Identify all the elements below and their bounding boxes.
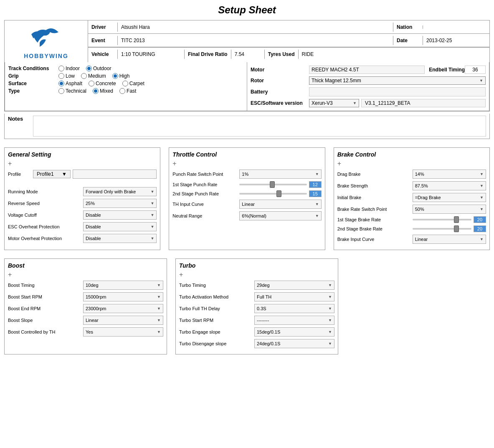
high-radio[interactable]: High <box>112 73 130 79</box>
turbo-disengage-label: Turbo Disengage slope <box>179 341 254 346</box>
turbo-activation-label: Turbo Activation Method <box>179 294 254 299</box>
turbo-start-rpm-dropdown[interactable]: -------- ▼ <box>254 316 334 325</box>
boost-end-rpm-arrow-icon: ▼ <box>157 306 161 311</box>
asphalt-radio-btn[interactable] <box>58 81 64 86</box>
first-stage-brake-slider[interactable]: 20 <box>413 216 486 223</box>
motor-row: Motor REEDY MACH2 4.5T Endbell Timing 36 <box>251 66 486 74</box>
boost-timing-dropdown[interactable]: 10deg ▼ <box>83 281 163 290</box>
boost-timing-value: 10deg <box>86 283 99 288</box>
boost-controlled-dropdown[interactable]: Yes ▼ <box>83 327 163 337</box>
brake-input-dropdown[interactable]: Linear ▼ <box>413 235 486 244</box>
esc-dropdown-arrow-icon: ▼ <box>353 101 357 105</box>
low-radio[interactable]: Low <box>58 73 75 79</box>
brake-rate-switch-row: Brake Rate Switch Point 50% ▼ <box>337 205 486 214</box>
high-radio-btn[interactable] <box>112 73 118 79</box>
medium-radio[interactable]: Medium <box>81 73 106 79</box>
first-stage-punch-slider[interactable]: 12 <box>239 181 321 188</box>
notes-area[interactable] <box>33 116 486 137</box>
turbo-full-th-delay-dropdown[interactable]: 0.3S ▼ <box>254 304 334 313</box>
outdoor-radio-btn[interactable] <box>86 66 92 71</box>
carpet-radio-btn[interactable] <box>122 81 128 86</box>
fast-radio-btn[interactable] <box>119 88 125 94</box>
turbo-activation-dropdown[interactable]: Full TH ▼ <box>254 292 334 301</box>
indoor-radio-btn[interactable] <box>58 66 64 71</box>
th-input-label: TH Input Curve <box>172 202 239 207</box>
turbo-disengage-row: Turbo Disengage slope 24deg/0.1S ▼ <box>179 339 334 348</box>
second-stage-brake-slider[interactable]: 20 <box>413 225 486 232</box>
mixed-radio[interactable]: Mixed <box>93 88 113 94</box>
motor-section: Motor REEDY MACH2 4.5T Endbell Timing 36… <box>247 62 489 111</box>
boost-start-rpm-dropdown[interactable]: 15000rpm ▼ <box>83 292 163 301</box>
brake-rate-switch-arrow-icon: ▼ <box>480 207 484 211</box>
boost-timing-row: Boost Timing 10deg ▼ <box>8 281 163 290</box>
track-motor-section: Track Conditions Indoor Outdoor Grip <box>5 62 489 111</box>
motor-overheat-label: Motor Overheat Protection <box>8 236 83 241</box>
concrete-radio-btn[interactable] <box>89 81 94 86</box>
track-conditions-label: Track Conditions <box>8 66 54 71</box>
esc-overheat-dropdown[interactable]: Disable ▼ <box>83 222 157 231</box>
low-radio-btn[interactable] <box>58 73 64 79</box>
brake-strength-dropdown[interactable]: 87.5% ▼ <box>413 181 486 190</box>
drag-brake-arrow-icon: ▼ <box>480 172 484 176</box>
technical-radio[interactable]: Technical <box>58 88 86 94</box>
turbo-full-th-delay-arrow-icon: ▼ <box>328 306 332 311</box>
date-group: Date 2013-02-25 <box>393 36 489 45</box>
esc-field-label: ESC/Software version <box>251 100 309 106</box>
indoor-radio[interactable]: Indoor <box>58 66 80 71</box>
second-stage-punch-thumb[interactable] <box>276 190 281 197</box>
first-stage-brake-thumb[interactable] <box>454 216 459 223</box>
th-input-dropdown[interactable]: Linear ▼ <box>239 200 321 209</box>
concrete-radio[interactable]: Concrete <box>89 81 116 86</box>
running-mode-row: Running Mode Forward Only with Brake ▼ <box>8 187 157 196</box>
brake-rate-switch-dropdown[interactable]: 50% ▼ <box>413 205 486 214</box>
second-stage-punch-track <box>239 193 307 195</box>
turbo-engage-label: Turbo Engage slope <box>179 329 254 334</box>
turbo-engage-dropdown[interactable]: 15deg/0.1S ▼ <box>254 327 334 337</box>
high-label: High <box>119 73 130 79</box>
voltage-cutoff-label: Voltage Cutoff <box>8 213 83 218</box>
profile-dropdown[interactable]: Profile1 ▼ <box>33 170 71 178</box>
second-stage-brake-thumb[interactable] <box>454 225 459 232</box>
esc-dropdown[interactable]: Xerun-V3 ▼ <box>309 99 359 107</box>
turbo-disengage-dropdown[interactable]: 24deg/0.1S ▼ <box>254 339 334 348</box>
second-stage-punch-value: 15 <box>309 190 322 197</box>
reverse-speed-dropdown[interactable]: 25% ▼ <box>83 199 157 208</box>
drag-brake-dropdown[interactable]: 14% ▼ <box>413 170 486 179</box>
voltage-cutoff-dropdown[interactable]: Disable ▼ <box>83 210 157 220</box>
second-stage-punch-slider[interactable]: 15 <box>239 190 321 197</box>
rotor-dropdown[interactable]: Thick Magnet 12.5mm ▼ <box>309 76 486 85</box>
profile-label: Profile <box>8 172 33 177</box>
turbo-timing-dropdown[interactable]: 29deg ▼ <box>254 281 334 290</box>
initial-brake-dropdown[interactable]: =Drag Brake ▼ <box>413 193 486 202</box>
reverse-speed-value: 25% <box>86 201 95 206</box>
vehicle-value: 1:10 TOURING <box>117 50 184 59</box>
boost-slope-value: Linear <box>86 318 99 323</box>
boost-slope-row: Boost Slope Linear ▼ <box>8 316 163 325</box>
general-plus: + <box>8 160 157 167</box>
motor-overheat-row: Motor Overheat Protection Disable ▼ <box>8 234 157 243</box>
brake-strength-arrow-icon: ▼ <box>480 184 484 188</box>
turbo-title: Turbo <box>179 262 334 269</box>
carpet-radio[interactable]: Carpet <box>122 81 144 86</box>
th-input-row: TH Input Curve Linear ▼ <box>172 200 321 209</box>
medium-radio-btn[interactable] <box>81 73 87 79</box>
punch-rate-switch-dropdown[interactable]: 1% ▼ <box>239 170 321 179</box>
motor-overheat-dropdown[interactable]: Disable ▼ <box>83 234 157 243</box>
turbo-engage-value: 15deg/0.1S <box>257 329 280 334</box>
fast-radio[interactable]: Fast <box>119 88 136 94</box>
asphalt-radio[interactable]: Asphalt <box>58 81 82 86</box>
mixed-radio-btn[interactable] <box>93 88 99 94</box>
boost-end-rpm-dropdown[interactable]: 23000rpm ▼ <box>83 304 163 313</box>
brake-rate-switch-label: Brake Rate Switch Point <box>337 207 413 212</box>
battery-value[interactable] <box>309 87 486 96</box>
date-value: 2013-02-25 <box>423 36 489 45</box>
running-mode-dropdown[interactable]: Forward Only with Brake ▼ <box>83 187 157 196</box>
outdoor-radio[interactable]: Outdoor <box>86 66 111 71</box>
technical-radio-btn[interactable] <box>58 88 64 94</box>
endbell-label: Endbell Timing <box>429 67 465 73</box>
boost-slope-dropdown[interactable]: Linear ▼ <box>83 316 163 325</box>
neutral-range-dropdown[interactable]: 6%(Normal) ▼ <box>239 211 321 220</box>
type-group: Technical Mixed Fast <box>58 88 136 94</box>
turbo-full-th-delay-label: Turbo Full TH Delay <box>179 306 254 311</box>
first-stage-punch-thumb[interactable] <box>270 181 275 188</box>
